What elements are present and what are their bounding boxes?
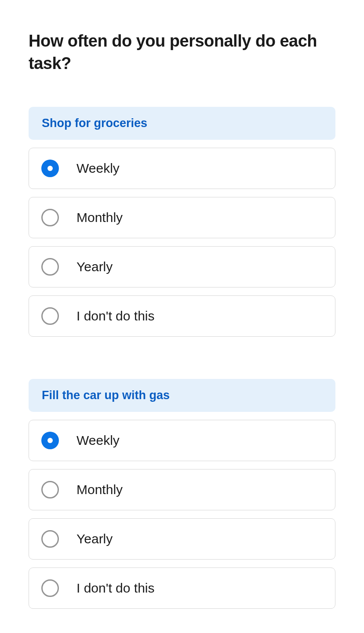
radio-selected-icon <box>41 432 59 449</box>
radio-label: Yearly <box>76 531 113 546</box>
radio-selected-icon <box>41 160 59 177</box>
radio-unselected-icon <box>41 307 59 325</box>
radio-label: Monthly <box>76 210 123 225</box>
radio-option-dont-do-this[interactable]: I don't do this <box>29 568 335 609</box>
radio-option-monthly[interactable]: Monthly <box>29 469 335 510</box>
question-group-gas: Fill the car up with gas Weekly Monthly … <box>29 379 335 609</box>
question-group-groceries: Shop for groceries Weekly Monthly Yearly… <box>29 107 335 337</box>
group-header: Shop for groceries <box>29 107 335 140</box>
question-title: How often do you personally do each task… <box>29 30 335 75</box>
radio-option-yearly[interactable]: Yearly <box>29 246 335 287</box>
radio-option-yearly[interactable]: Yearly <box>29 518 335 560</box>
radio-label: Weekly <box>76 161 120 176</box>
radio-unselected-icon <box>41 481 59 498</box>
radio-label: I don't do this <box>76 581 155 596</box>
radio-label: I don't do this <box>76 309 155 324</box>
radio-option-weekly[interactable]: Weekly <box>29 420 335 461</box>
radio-label: Yearly <box>76 259 113 274</box>
radio-label: Monthly <box>76 482 123 497</box>
radio-unselected-icon <box>41 209 59 226</box>
radio-option-weekly[interactable]: Weekly <box>29 148 335 189</box>
group-header: Fill the car up with gas <box>29 379 335 412</box>
radio-option-monthly[interactable]: Monthly <box>29 197 335 238</box>
group-header-text: Fill the car up with gas <box>42 389 170 402</box>
group-header-text: Shop for groceries <box>42 116 147 130</box>
radio-unselected-icon <box>41 530 59 548</box>
radio-option-dont-do-this[interactable]: I don't do this <box>29 295 335 337</box>
radio-unselected-icon <box>41 258 59 276</box>
radio-unselected-icon <box>41 579 59 597</box>
radio-label: Weekly <box>76 433 120 448</box>
